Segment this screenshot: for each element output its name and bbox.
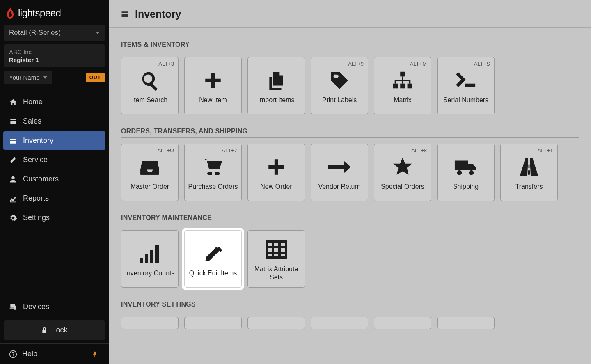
card-label: New Order <box>258 183 294 191</box>
card-special-orders[interactable]: ALT+8 Special Orders <box>374 144 431 201</box>
card-shipping[interactable]: Shipping <box>437 144 495 201</box>
inventory-icon <box>9 137 17 145</box>
nav-label: Inventory <box>23 136 53 145</box>
svg-point-2 <box>333 74 337 78</box>
company-name: ABC Inc <box>9 48 32 55</box>
card-settings-4[interactable] <box>311 317 368 329</box>
cards-items: ALT+3 Item Search New Item Import Items … <box>121 57 579 114</box>
product-selector[interactable]: Retail (R-Series) <box>4 25 105 41</box>
svg-rect-6 <box>408 84 412 89</box>
card-label: Purchase Orders <box>186 183 241 191</box>
main-nav: Home Sales Inventory Service Customers R… <box>0 93 109 228</box>
pencil-icon <box>203 243 223 264</box>
card-print-labels[interactable]: ALT+9 Print Labels <box>311 57 368 114</box>
help-label: Help <box>22 350 37 358</box>
svg-rect-4 <box>393 84 398 89</box>
card-label: Vendor Return <box>316 183 363 191</box>
grid-icon <box>266 240 287 259</box>
cards-maintenance: Inventory Counts Quick Edit Items Matrix… <box>121 230 579 288</box>
terminal-icon <box>455 71 477 89</box>
section-title-items: ITEMS & INVENTORY <box>121 41 579 48</box>
card-transfers[interactable]: ALT+T Transfers <box>500 144 558 201</box>
divider <box>0 90 109 90</box>
svg-rect-7 <box>465 84 475 87</box>
svg-rect-14 <box>150 250 153 263</box>
nav-label: Service <box>23 156 48 164</box>
content-area: ITEMS & INVENTORY ALT+3 Item Search New … <box>109 28 591 350</box>
cards-settings <box>121 317 579 329</box>
nav-sales[interactable]: Sales <box>3 112 105 130</box>
product-selector-label: Retail (R-Series) <box>9 29 61 37</box>
svg-rect-13 <box>145 254 148 263</box>
divider <box>121 311 579 311</box>
card-new-item[interactable]: New Item <box>184 57 242 114</box>
divider <box>121 137 579 138</box>
cart-icon <box>202 157 224 177</box>
out-badge[interactable]: OUT <box>86 73 105 82</box>
card-label: Quick Edit Items <box>187 269 239 277</box>
nav-label: Reports <box>23 194 49 203</box>
caret-down-icon <box>43 76 47 79</box>
svg-point-9 <box>216 172 220 175</box>
lock-button[interactable]: Lock <box>4 320 105 340</box>
caret-down-icon <box>96 32 100 34</box>
card-settings-1[interactable] <box>121 317 179 329</box>
nav-settings[interactable]: Settings <box>3 208 105 227</box>
card-quick-edit-items[interactable]: Quick Edit Items <box>184 230 242 288</box>
page-header: Inventory <box>109 0 591 28</box>
user-menu[interactable]: Your Name <box>4 71 52 84</box>
shortcut: ALT+3 <box>158 61 174 67</box>
nav-devices[interactable]: Devices <box>0 297 109 317</box>
help-icon <box>9 350 17 358</box>
card-label: Item Search <box>130 96 170 104</box>
sidebar-bottom: Devices Lock Help <box>0 297 109 364</box>
card-matrix[interactable]: ALT+M Matrix <box>374 57 431 114</box>
card-settings-3[interactable] <box>247 317 305 329</box>
card-label: Shipping <box>451 183 481 191</box>
nav-label: Sales <box>23 117 41 126</box>
shortcut: ALT+M <box>410 61 427 67</box>
card-label: Inventory Counts <box>123 269 177 277</box>
help-row: Help <box>0 343 109 364</box>
nav-customers[interactable]: Customers <box>3 170 105 188</box>
nav-home[interactable]: Home <box>3 93 105 111</box>
card-master-order[interactable]: ALT+O Master Order <box>121 144 179 201</box>
help-button[interactable]: Help <box>0 344 80 364</box>
card-vendor-return[interactable]: Vendor Return <box>311 144 368 201</box>
devices-label: Devices <box>23 302 49 311</box>
svg-rect-15 <box>155 245 159 263</box>
svg-rect-16 <box>266 241 286 258</box>
search-icon <box>140 70 160 91</box>
plus-icon <box>266 157 286 177</box>
nav-reports[interactable]: Reports <box>3 189 105 208</box>
card-label: Master Order <box>128 183 172 191</box>
wrench-icon <box>9 156 17 164</box>
user-name: Your Name <box>9 74 40 81</box>
pin-icon <box>92 350 98 358</box>
card-new-order[interactable]: New Order <box>247 144 305 201</box>
nav-label: Customers <box>23 175 59 183</box>
svg-point-8 <box>209 172 212 175</box>
brand-logo: lightspeed <box>0 0 109 25</box>
shortcut: ALT+9 <box>348 61 364 67</box>
hierarchy-icon <box>392 70 414 91</box>
nav-service[interactable]: Service <box>3 151 105 169</box>
svg-rect-12 <box>140 258 143 263</box>
pin-button[interactable] <box>80 344 109 364</box>
gear-icon <box>9 214 17 222</box>
card-purchase-orders[interactable]: ALT+7 Purchase Orders <box>184 144 242 201</box>
card-settings-6[interactable] <box>437 317 495 329</box>
card-inventory-counts[interactable]: Inventory Counts <box>121 230 179 288</box>
register-name: Register 1 <box>9 56 39 63</box>
card-label: Transfers <box>513 183 545 191</box>
page-title: Inventory <box>135 8 181 20</box>
card-settings-5[interactable] <box>374 317 431 329</box>
card-import-items[interactable]: Import Items <box>247 57 305 114</box>
card-matrix-attribute-sets[interactable]: Matrix Attribute Sets <box>247 230 305 288</box>
nav-inventory[interactable]: Inventory <box>3 131 105 150</box>
user-icon <box>9 175 17 183</box>
card-serial-numbers[interactable]: ALT+S Serial Numbers <box>437 57 495 114</box>
card-item-search[interactable]: ALT+3 Item Search <box>121 57 179 114</box>
card-settings-2[interactable] <box>184 317 242 329</box>
lock-icon <box>41 327 48 334</box>
